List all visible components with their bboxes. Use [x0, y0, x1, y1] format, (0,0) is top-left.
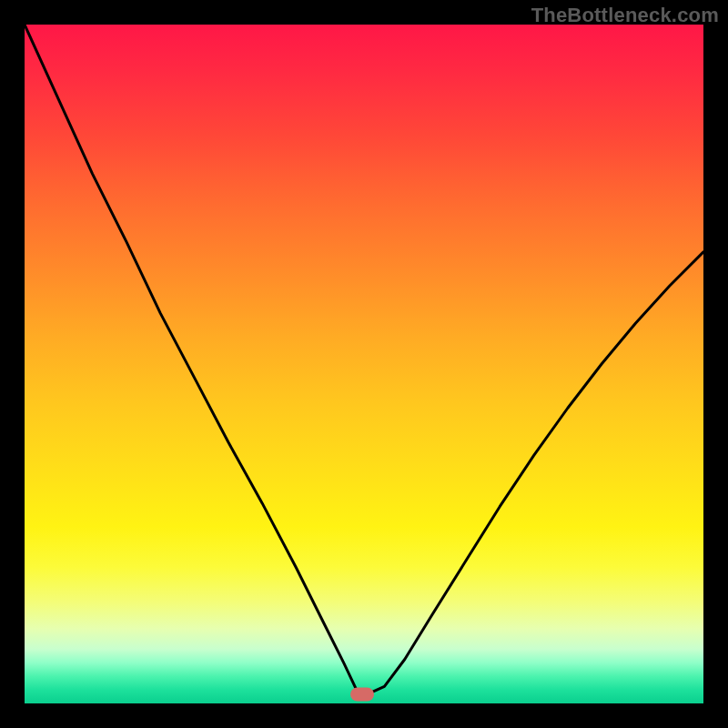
deviation-curve-path: [25, 25, 703, 693]
deviation-curve: [25, 25, 703, 703]
plot-area: [25, 25, 703, 703]
optimum-marker: [350, 687, 374, 701]
chart-frame: TheBottleneck.com: [0, 0, 728, 728]
